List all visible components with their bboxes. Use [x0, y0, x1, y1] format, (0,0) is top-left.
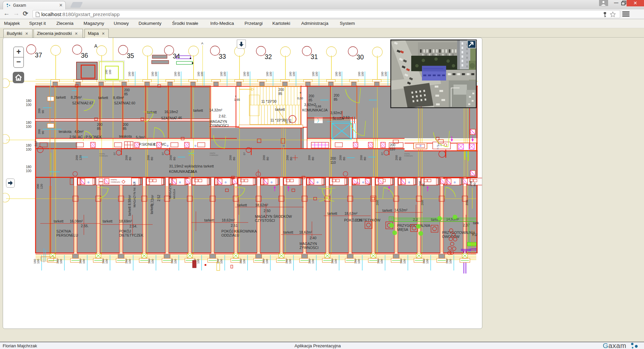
svg-text:100: 100	[151, 259, 154, 264]
svg-text:180: 180	[308, 259, 311, 264]
svg-text:180: 180	[331, 259, 334, 264]
svg-text:terakota: terakota	[119, 134, 132, 138]
svg-text:D12: D12	[34, 141, 38, 146]
svg-text:200: 200	[278, 88, 284, 92]
svg-text:o: o	[454, 181, 455, 184]
svg-text:tarkett: tarkett	[98, 96, 108, 100]
svg-text:200: 200	[330, 157, 336, 160]
svg-text:180: 180	[239, 259, 243, 264]
svg-text:100: 100	[220, 259, 223, 264]
svg-text:16,08m²: 16,08m²	[70, 219, 83, 223]
svg-text:o: o	[408, 181, 410, 184]
svg-text:200: 200	[124, 88, 130, 92]
svg-text:200: 200	[124, 155, 128, 160]
svg-text:KU: KU	[472, 233, 477, 237]
svg-text:200: 200	[97, 123, 103, 127]
svg-text:200: 200	[465, 200, 469, 205]
svg-text:110: 110	[288, 119, 292, 123]
svg-text:instalacyjny: instalacyjny	[404, 155, 413, 157]
svg-text:2.54.: 2.54.	[129, 224, 137, 228]
svg-text:D7: D7	[381, 152, 383, 155]
svg-text:D7: D7	[113, 152, 116, 155]
svg-text:100: 100	[26, 169, 32, 173]
svg-text:110: 110	[330, 161, 336, 164]
svg-text:180: 180	[56, 259, 59, 264]
svg-text:MAGAZYN: MAGAZYN	[300, 242, 317, 246]
svg-text:100: 100	[197, 259, 200, 264]
svg-text:100: 100	[384, 72, 387, 77]
svg-text:o: o	[88, 181, 89, 184]
svg-text:80: 80	[342, 157, 346, 160]
svg-text:80: 80	[232, 157, 236, 160]
svg-text:100: 100	[131, 72, 135, 77]
svg-text:P.SIONEK: P.SIONEK	[139, 142, 155, 146]
svg-text:tarkett: tarkett	[193, 108, 203, 112]
svg-text:180: 180	[354, 259, 357, 264]
svg-text:SZATNIA: SZATNIA	[56, 229, 71, 233]
svg-text:2.39: 2.39	[356, 218, 363, 222]
svg-text:200: 200	[390, 143, 395, 147]
svg-text:85: 85	[124, 92, 128, 96]
svg-text:180: 180	[243, 72, 246, 77]
svg-text:180: 180	[262, 259, 265, 264]
svg-text:o: o	[362, 181, 364, 184]
svg-text:MUSZLA: MUSZLA	[173, 189, 175, 199]
svg-text:tarkett: tarkett	[54, 219, 63, 223]
svg-text:PRZYGOTOWALNIA: PRZYGOTOWALNIA	[442, 231, 475, 235]
svg-text:100: 100	[108, 70, 112, 74]
svg-text:80: 80	[128, 157, 132, 160]
svg-text:DIETETYCZEK: DIETETYCZEK	[119, 233, 143, 237]
svg-text:2.60: 2.60	[128, 101, 136, 105]
svg-text:31,19m2 wykladzina tarkett: 31,19m2 wykladzina tarkett	[169, 164, 214, 168]
svg-text:8,25m²: 8,25m²	[71, 95, 82, 99]
svg-text:2.52: 2.52	[157, 195, 161, 201]
svg-text:SZATNIA: SZATNIA	[114, 101, 129, 105]
svg-text:100: 100	[357, 259, 361, 264]
svg-text:instalacyjny: instalacyjny	[99, 155, 108, 157]
svg-text:100: 100	[26, 103, 32, 107]
svg-text:200: 200	[123, 123, 128, 127]
svg-text:180: 180	[26, 165, 32, 169]
svg-text:85: 85	[334, 98, 338, 101]
svg-text:o: o	[271, 181, 272, 184]
svg-text:120: 120	[40, 184, 43, 189]
svg-text:180: 180	[125, 259, 128, 264]
svg-text:OWOCÓW: OWOCÓW	[442, 235, 460, 239]
svg-text:2,68: 2,68	[315, 105, 321, 108]
svg-text:100: 100	[243, 259, 246, 264]
svg-text:O,75: O,75	[437, 145, 439, 149]
svg-text:MIĘSA: MIĘSA	[397, 228, 408, 232]
svg-text:85: 85	[278, 92, 282, 96]
svg-text:180: 180	[445, 259, 449, 264]
svg-text:200: 200	[75, 155, 78, 160]
svg-text:2.51: 2.51	[231, 223, 238, 228]
svg-text:180: 180	[381, 72, 384, 77]
svg-text:200: 200	[420, 200, 424, 205]
svg-text:200: 200	[38, 129, 41, 134]
svg-text:180: 180	[128, 72, 131, 77]
svg-text:+: +	[300, 91, 302, 95]
svg-text:ŻYWNOŚCI: ŻYWNOŚCI	[210, 123, 229, 128]
svg-text:2.46: 2.46	[175, 116, 182, 120]
svg-text:180: 180	[148, 259, 151, 264]
svg-text:180: 180	[266, 72, 269, 77]
svg-text:200: 200	[36, 184, 40, 189]
svg-text:100: 100	[26, 125, 32, 129]
svg-text:szachty: szachty	[111, 179, 117, 181]
svg-text:+: +	[235, 95, 236, 98]
svg-text:200: 200	[307, 155, 311, 160]
svg-text:33: 33	[219, 53, 226, 60]
svg-text:11 *15*30: 11 *15*30	[270, 118, 286, 122]
svg-text:0,00: 0,00	[297, 97, 303, 100]
svg-text:18,62m²: 18,62m²	[222, 218, 235, 222]
svg-text:80: 80	[363, 157, 367, 160]
svg-text:100: 100	[403, 259, 406, 264]
svg-text:2.62.: 2.62.	[219, 114, 226, 118]
svg-text:100: 100	[292, 72, 296, 77]
svg-text:instalacyjny: instalacyjny	[111, 181, 120, 183]
svg-text:100: 100	[59, 259, 63, 264]
svg-text:180: 180	[26, 99, 32, 103]
svg-text:180: 180	[26, 121, 32, 124]
svg-text:2.53: 2.53	[343, 115, 350, 119]
svg-text:5,0m²: 5,0m²	[136, 135, 145, 139]
